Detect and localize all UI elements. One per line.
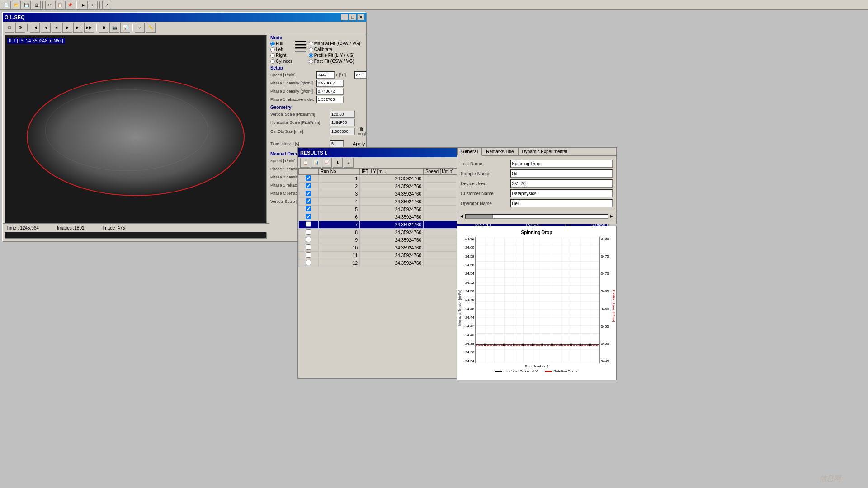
toolbar-paste[interactable]: 📌 — [65, 1, 74, 9]
y-axis-left: 24.62 24.60 24.58 24.56 24.54 24.52 24.5… — [461, 237, 475, 363]
wt-forward[interactable]: ▶▶ — [84, 23, 94, 33]
row-checkbox-12[interactable] — [299, 259, 319, 267]
mode-right[interactable]: Right — [270, 53, 292, 58]
row-checkbox-11[interactable] — [299, 252, 319, 259]
minimize-btn[interactable]: _ — [341, 14, 348, 20]
row-checkbox-5[interactable] — [299, 206, 319, 213]
gen-sample-input[interactable] — [510, 169, 613, 178]
row-checkbox-7[interactable] — [299, 221, 319, 229]
row-checkbox-8[interactable] — [299, 229, 319, 236]
wt-rewind[interactable]: |◀ — [30, 23, 40, 33]
gen-scrollbar: ◀ ▶ — [457, 213, 616, 219]
mode-left[interactable]: Left — [270, 47, 292, 52]
chart-legend: Interfacial Tension LY Rotation Speed — [461, 369, 613, 373]
tab-remarks[interactable]: Remarks/Title — [482, 148, 518, 155]
gen-content: Test Name Sample Name Device Used Custom… — [457, 156, 616, 213]
geo-horiz-row: Horizontal Scale [Pixel/mm] — [270, 119, 364, 126]
gen-customer-label: Customer Name — [461, 191, 510, 196]
wt-ruler[interactable]: 📏 — [146, 23, 156, 33]
geo-vert-label: Vertical Scale [Pixel/mm] — [270, 112, 329, 117]
gen-customer: Customer Name — [461, 189, 613, 197]
status-image: Image :475 — [103, 225, 125, 230]
wt-btn1[interactable]: □ — [5, 23, 14, 33]
rt-btn1[interactable]: 📋 — [300, 158, 310, 168]
tab-general[interactable]: General — [457, 148, 482, 156]
rt-btn4[interactable]: ⬇ — [333, 158, 343, 168]
toolbar-new[interactable]: 📄 — [2, 1, 11, 9]
legend-ift-line — [495, 371, 502, 372]
mode-cylinder[interactable]: Cylinder — [270, 59, 292, 64]
setup-phase2-label: Phase 2 density [g/cm³] — [270, 89, 316, 94]
scroll-right-btn[interactable]: ▶ — [608, 214, 615, 219]
geo-calobj-input[interactable] — [330, 128, 355, 135]
close-btn[interactable]: ✕ — [357, 14, 364, 20]
toolbar-open[interactable]: 📂 — [12, 1, 21, 9]
row-checkbox-2[interactable] — [299, 183, 319, 190]
row-checkbox-4[interactable] — [299, 198, 319, 206]
wt-circle[interactable]: ○ — [135, 23, 145, 33]
results-title: RESULTS 1 — [300, 150, 327, 155]
wt-btn2[interactable]: ⚙ — [15, 23, 25, 33]
mode-calibrate[interactable]: Calibrate — [309, 47, 360, 52]
toolbar-help[interactable]: ? — [102, 1, 111, 9]
geo-horiz-input[interactable] — [330, 119, 355, 126]
mode-full[interactable]: Full — [270, 41, 292, 46]
scroll-thumb[interactable] — [466, 215, 493, 218]
toolbar-save[interactable]: 💾 — [22, 1, 31, 9]
rt-btn5[interactable]: ≡ — [344, 158, 354, 168]
svg-point-0 — [27, 78, 244, 196]
wt-prev[interactable]: ◀ — [41, 23, 51, 33]
gen-customer-input[interactable] — [510, 189, 613, 197]
row-checkbox-10[interactable] — [299, 244, 319, 252]
row-checkbox-1[interactable] — [299, 175, 319, 183]
gen-test-input[interactable] — [510, 160, 613, 168]
row-checkbox-3[interactable] — [299, 190, 319, 198]
mode-profile-fit[interactable]: Profile Fit (L-Y / VG) — [309, 53, 360, 58]
wt-capture[interactable]: 📷 — [109, 23, 119, 33]
scroll-left-btn[interactable]: ◀ — [458, 214, 465, 219]
setup-temp-input[interactable] — [354, 71, 366, 79]
geo-calobj-label: Cal.Obj Size [mm] — [270, 129, 329, 134]
row-checkbox-6[interactable] — [299, 213, 319, 221]
setup-phase1-input[interactable] — [316, 80, 344, 87]
wt-play[interactable]: ▶ — [62, 23, 72, 33]
gen-sample-name: Sample Name — [461, 169, 613, 178]
setup-phase1-label: Phase 1 density [g/cm³] — [270, 81, 316, 85]
toolbar-cut[interactable]: ✂ — [45, 1, 54, 9]
setup-phase2-row: Phase 2 density [g/cm³] — [270, 88, 364, 95]
rt-btn3[interactable]: 📈 — [322, 158, 332, 168]
gen-operator-input[interactable] — [510, 199, 613, 207]
gen-device-input[interactable] — [510, 179, 613, 188]
geo-time-input[interactable] — [330, 140, 344, 147]
wt-stop[interactable]: ■ — [52, 23, 61, 33]
wt-measure[interactable]: 📊 — [120, 23, 130, 33]
setup-refrac-row: Phase 1 refractive index — [270, 96, 364, 103]
legend-speed: Rotation Speed — [545, 369, 578, 373]
tab-dynamic[interactable]: Dynamic Experimental — [518, 148, 571, 155]
status-time: Time : 1245.964 — [6, 225, 39, 230]
status-images: Images :1801 — [57, 225, 85, 230]
geo-vert-input[interactable] — [330, 111, 355, 118]
setup-refrac-input[interactable] — [316, 96, 344, 103]
toolbar-btn1[interactable]: ▶ — [79, 1, 88, 9]
setup-label: Setup — [270, 66, 364, 70]
wt-next[interactable]: ▶| — [73, 23, 83, 33]
mode-fast-fit[interactable]: Fast Fit (CSW / VG) — [309, 59, 360, 64]
toolbar-btn2[interactable]: ↩ — [89, 1, 98, 9]
mode-manual-fit[interactable]: Manual Fit (CSW / VG) — [309, 41, 360, 46]
wt-record[interactable]: ⏺ — [99, 23, 108, 33]
chart-panel: Spinning Drop 24.62 24.60 24.58 24.56 24… — [457, 226, 617, 380]
setup-phase2-input[interactable] — [316, 88, 344, 95]
y-right-label: Rotation Speed [1/min] — [612, 290, 615, 322]
setup-refrac-label: Phase 1 refractive index — [270, 97, 316, 102]
toolbar-copy[interactable]: 📋 — [55, 1, 64, 9]
col-ift: IFT_LY [m... — [359, 169, 423, 175]
rt-btn2[interactable]: 📊 — [311, 158, 321, 168]
row-checkbox-9[interactable] — [299, 236, 319, 244]
setup-speed-input[interactable] — [316, 71, 335, 79]
maximize-btn[interactable]: □ — [349, 14, 356, 20]
gen-tabs: General Remarks/Title Dynamic Experiment… — [457, 148, 616, 156]
toolbar-print[interactable]: 🖨 — [32, 1, 41, 9]
gen-operator: Operator Name — [461, 199, 613, 207]
col-check — [299, 169, 319, 175]
